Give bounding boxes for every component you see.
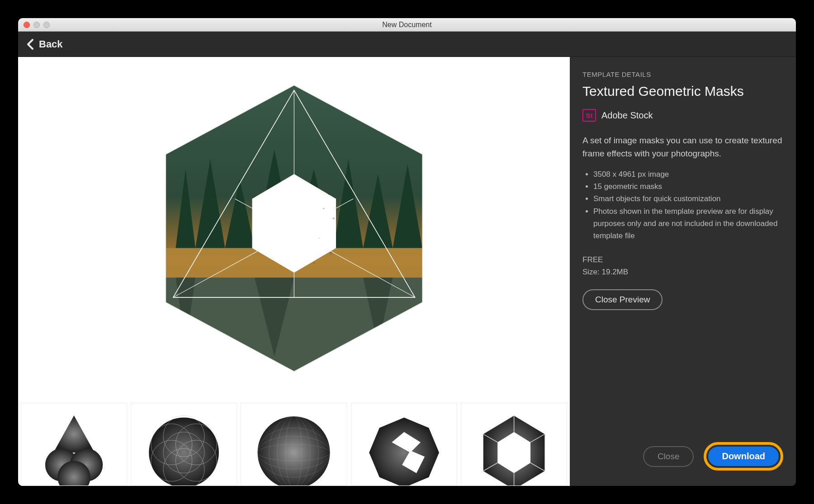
feature-item: 3508 x 4961 px image [593,168,783,180]
toolbar: Back [18,32,796,57]
svg-point-25 [313,262,314,264]
feature-item: 15 geometric masks [593,180,783,193]
template-description: A set of image masks you can use to crea… [582,134,783,160]
adobe-stock-icon: St [582,109,596,122]
back-label: Back [39,38,63,50]
feature-item: Photos shown in the template preview are… [593,205,783,242]
svg-point-20 [327,193,329,195]
thumbnail-5[interactable] [461,403,567,486]
window-controls [24,22,50,28]
feature-item: Smart objects for quick customization [593,193,783,205]
chevron-left-icon [26,38,34,50]
thumbnail-3[interactable] [241,403,347,486]
window-title: New Document [382,21,431,29]
minimize-window-icon[interactable] [33,22,40,28]
dialog-body: TEMPLATE DETAILS Textured Geometric Mask… [18,57,796,486]
template-title: Textured Geometric Masks [582,84,783,99]
details-kicker: TEMPLATE DETAILS [582,71,783,78]
template-source[interactable]: St Adobe Stock [582,109,783,122]
template-features: 3508 x 4961 px image 15 geometric masks … [582,168,783,242]
close-preview-button[interactable]: Close Preview [582,289,663,310]
preview-area [18,57,570,486]
thumbnail-4[interactable] [351,403,457,486]
svg-marker-27 [53,415,95,452]
back-button[interactable]: Back [26,38,63,50]
svg-point-23 [318,238,319,239]
new-document-window: New Document Back [18,18,796,486]
svg-point-21 [323,208,324,209]
thumbnail-1[interactable] [21,403,127,486]
svg-point-24 [330,252,332,254]
download-button[interactable]: Download [708,447,779,466]
svg-point-39 [258,416,330,485]
size-label: Size: 19.2MB [582,266,783,278]
template-preview-image [146,71,442,386]
price-label: FREE [582,254,783,266]
maximize-window-icon[interactable] [43,22,50,28]
thumbnail-strip [18,400,570,486]
svg-marker-46 [369,418,439,485]
source-name: Adobe Stock [601,110,653,121]
main-preview [18,57,570,400]
close-window-icon[interactable] [24,22,30,28]
svg-point-22 [332,217,334,219]
thumbnail-2[interactable] [131,403,237,486]
close-button[interactable]: Close [643,446,694,467]
titlebar: New Document [18,18,796,32]
download-highlight: Download [704,442,783,471]
template-meta: FREE Size: 19.2MB [582,254,783,278]
dialog-actions: Close Download [643,442,783,471]
details-panel: TEMPLATE DETAILS Textured Geometric Mask… [570,57,796,486]
